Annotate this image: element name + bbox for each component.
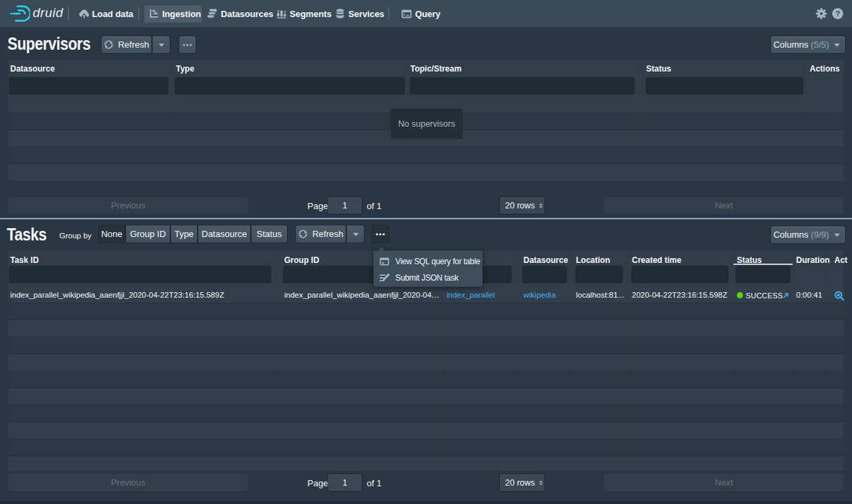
svg-text:?: ? — [835, 10, 840, 18]
